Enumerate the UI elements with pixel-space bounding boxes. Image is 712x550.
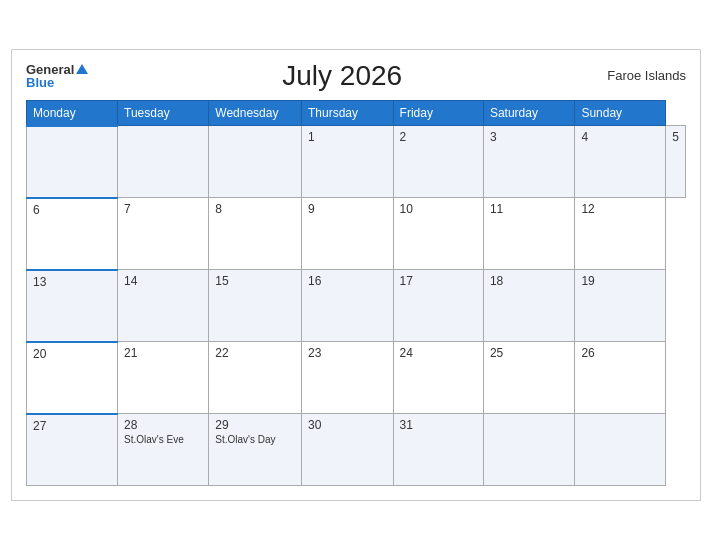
weekday-header-thursday: Thursday (301, 100, 393, 126)
calendar-cell: 10 (393, 198, 483, 270)
day-number: 6 (33, 203, 111, 217)
calendar-cell (483, 414, 574, 486)
day-number: 22 (215, 346, 295, 360)
day-number: 18 (490, 274, 568, 288)
calendar-cell: 31 (393, 414, 483, 486)
logo-general-text: General (26, 63, 74, 76)
calendar-cell: 3 (483, 126, 574, 198)
calendar-cell: 19 (575, 270, 666, 342)
day-number: 20 (33, 347, 111, 361)
weekday-header-saturday: Saturday (483, 100, 574, 126)
day-number: 30 (308, 418, 387, 432)
calendar-cell: 23 (301, 342, 393, 414)
day-number: 12 (581, 202, 659, 216)
region-label: Faroe Islands (596, 68, 686, 83)
day-number: 26 (581, 346, 659, 360)
day-number: 2 (400, 130, 477, 144)
holiday-label: St.Olav's Eve (124, 434, 202, 445)
day-number: 25 (490, 346, 568, 360)
day-number: 7 (124, 202, 202, 216)
day-number: 19 (581, 274, 659, 288)
calendar-cell: 2 (393, 126, 483, 198)
weekday-header-wednesday: Wednesday (209, 100, 302, 126)
calendar-cell: 29St.Olav's Day (209, 414, 302, 486)
logo-blue-text: Blue (26, 76, 88, 89)
day-number: 31 (400, 418, 477, 432)
calendar-week-row: 13141516171819 (27, 270, 686, 342)
day-number: 11 (490, 202, 568, 216)
calendar-cell: 22 (209, 342, 302, 414)
calendar-cell (118, 126, 209, 198)
calendar-cell: 5 (666, 126, 686, 198)
calendar-cell: 9 (301, 198, 393, 270)
calendar-cell: 18 (483, 270, 574, 342)
day-number: 9 (308, 202, 387, 216)
day-number: 15 (215, 274, 295, 288)
day-number: 10 (400, 202, 477, 216)
calendar-cell (575, 414, 666, 486)
calendar-cell: 8 (209, 198, 302, 270)
day-number: 13 (33, 275, 111, 289)
calendar-week-row: 12345 (27, 126, 686, 198)
calendar-cell: 4 (575, 126, 666, 198)
calendar-cell: 7 (118, 198, 209, 270)
calendar-cell (27, 126, 118, 198)
calendar-cell: 6 (27, 198, 118, 270)
calendar-container: General Blue July 2026 Faroe Islands Mon… (11, 49, 701, 502)
calendar-cell: 30 (301, 414, 393, 486)
day-number: 16 (308, 274, 387, 288)
logo-triangle-icon (76, 64, 88, 74)
calendar-cell: 17 (393, 270, 483, 342)
calendar-cell: 27 (27, 414, 118, 486)
day-number: 8 (215, 202, 295, 216)
day-number: 21 (124, 346, 202, 360)
calendar-cell: 16 (301, 270, 393, 342)
calendar-week-row: 6789101112 (27, 198, 686, 270)
day-number: 3 (490, 130, 568, 144)
calendar-week-row: 2728St.Olav's Eve29St.Olav's Day3031 (27, 414, 686, 486)
day-number: 14 (124, 274, 202, 288)
calendar-cell: 1 (301, 126, 393, 198)
calendar-cell: 24 (393, 342, 483, 414)
calendar-cell: 13 (27, 270, 118, 342)
calendar-table: MondayTuesdayWednesdayThursdayFridaySatu… (26, 100, 686, 487)
calendar-cell: 15 (209, 270, 302, 342)
calendar-cell: 21 (118, 342, 209, 414)
weekday-header-friday: Friday (393, 100, 483, 126)
weekday-header-row: MondayTuesdayWednesdayThursdayFridaySatu… (27, 100, 686, 126)
day-number: 1 (308, 130, 387, 144)
calendar-cell: 14 (118, 270, 209, 342)
weekday-header-sunday: Sunday (575, 100, 666, 126)
calendar-cell: 12 (575, 198, 666, 270)
day-number: 17 (400, 274, 477, 288)
calendar-cell: 25 (483, 342, 574, 414)
logo: General Blue (26, 63, 88, 89)
day-number: 28 (124, 418, 202, 432)
day-number: 23 (308, 346, 387, 360)
month-title: July 2026 (88, 60, 596, 92)
weekday-header-monday: Monday (27, 100, 118, 126)
calendar-week-row: 20212223242526 (27, 342, 686, 414)
day-number: 27 (33, 419, 111, 433)
calendar-cell: 26 (575, 342, 666, 414)
day-number: 24 (400, 346, 477, 360)
calendar-cell: 20 (27, 342, 118, 414)
calendar-cell: 11 (483, 198, 574, 270)
day-number: 4 (581, 130, 659, 144)
calendar-cell (209, 126, 302, 198)
calendar-cell: 28St.Olav's Eve (118, 414, 209, 486)
day-number: 5 (672, 130, 679, 144)
holiday-label: St.Olav's Day (215, 434, 295, 445)
weekday-header-tuesday: Tuesday (118, 100, 209, 126)
day-number: 29 (215, 418, 295, 432)
calendar-header: General Blue July 2026 Faroe Islands (26, 60, 686, 92)
